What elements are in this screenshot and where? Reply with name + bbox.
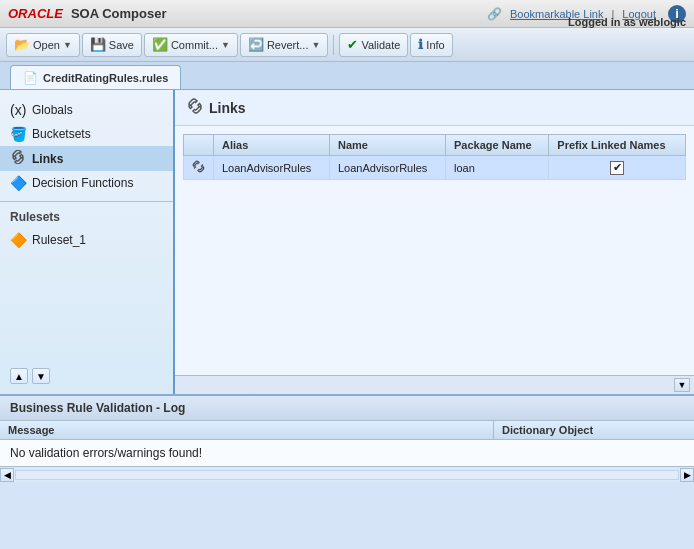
globals-icon: (x) [10, 102, 26, 118]
sidebar-globals-label: Globals [32, 103, 73, 117]
oracle-logo: ORACLE [8, 6, 63, 21]
log-scrollbar[interactable]: ◀ ▶ [0, 466, 694, 482]
sidebar-controls: ▲ ▼ [0, 364, 173, 388]
logo-area: ORACLE SOA Composer [8, 6, 166, 21]
info-button[interactable]: ℹ Info [410, 33, 452, 57]
commit-button[interactable]: ✅ Commit... ▼ [144, 33, 238, 57]
col-alias-header: Alias [214, 135, 330, 156]
app-title: SOA Composer [71, 6, 167, 21]
scroll-track [15, 470, 679, 480]
log-content: No validation errors/warnings found! [0, 440, 694, 466]
links-panel-title: Links [209, 100, 246, 116]
revert-dropdown-icon: ▼ [311, 40, 320, 50]
scroll-indicator: ▼ [175, 375, 694, 394]
table-row[interactable]: LoanAdvisorRules LoanAdvisorRules loan ✔ [184, 156, 686, 180]
links-table-wrapper: Alias Name Package Name Prefix Linked Na… [175, 126, 694, 375]
sidebar: (x) Globals 🪣 Bucketsets Links 🔷 Decisio… [0, 90, 175, 394]
panel-header: Links [175, 90, 694, 126]
scroll-right-button[interactable]: ▶ [680, 468, 694, 482]
row-alias-cell: LoanAdvisorRules [214, 156, 330, 180]
right-panel: Links Alias Name Package Name Prefix Lin… [175, 90, 694, 394]
save-icon: 💾 [90, 37, 106, 52]
main-content: (x) Globals 🪣 Bucketsets Links 🔷 Decisio… [0, 90, 694, 395]
sidebar-section-items: (x) Globals 🪣 Bucketsets Links 🔷 Decisio… [0, 96, 173, 197]
ruleset-icon: 🔶 [10, 232, 26, 248]
sidebar-up-button[interactable]: ▲ [10, 368, 28, 384]
open-icon: 📂 [14, 37, 30, 52]
sidebar-down-button[interactable]: ▼ [32, 368, 50, 384]
col-package-header: Package Name [446, 135, 549, 156]
col-name-header: Name [330, 135, 446, 156]
revert-icon: ↩️ [248, 37, 264, 52]
save-button[interactable]: 💾 Save [82, 33, 142, 57]
row-prefix-cell[interactable]: ✔ [549, 156, 686, 180]
col-prefix-header: Prefix Linked Names [549, 135, 686, 156]
sidebar-bucketsets-label: Bucketsets [32, 127, 91, 141]
table-header-row: Alias Name Package Name Prefix Linked Na… [184, 135, 686, 156]
sidebar-item-links[interactable]: Links [0, 146, 173, 171]
link-svg [11, 150, 25, 164]
sidebar-item-globals[interactable]: (x) Globals [0, 98, 173, 122]
logged-in-text: Logged in as weblogic [568, 16, 686, 28]
scroll-left-button[interactable]: ◀ [0, 468, 14, 482]
row-name-cell: LoanAdvisorRules [330, 156, 446, 180]
links-table: Alias Name Package Name Prefix Linked Na… [183, 134, 686, 180]
log-col-dictionary-header: Dictionary Object [494, 421, 694, 439]
links-panel-icon [187, 98, 203, 117]
commit-icon: ✅ [152, 37, 168, 52]
sidebar-divider [0, 201, 173, 202]
toolbar-separator [333, 35, 334, 55]
sidebar-item-decision-functions[interactable]: 🔷 Decision Functions [0, 171, 173, 195]
scroll-down-button[interactable]: ▼ [674, 378, 690, 392]
revert-button[interactable]: ↩️ Revert... ▼ [240, 33, 329, 57]
rulesets-label: Rulesets [0, 206, 173, 228]
row-package-cell: loan [446, 156, 549, 180]
log-col-message-header: Message [0, 421, 494, 439]
log-table-header: Message Dictionary Object [0, 421, 694, 440]
decision-functions-icon: 🔷 [10, 175, 26, 191]
commit-dropdown-icon: ▼ [221, 40, 230, 50]
validation-log: Business Rule Validation - Log Message D… [0, 395, 694, 482]
sidebar-ruleset-label: Ruleset_1 [32, 233, 86, 247]
toolbar: 📂 Open ▼ 💾 Save ✅ Commit... ▼ ↩️ Revert.… [0, 28, 694, 62]
links-icon [10, 150, 26, 167]
rules-tab[interactable]: 📄 CreditRatingRules.rules [10, 65, 181, 89]
sidebar-item-bucketsets[interactable]: 🪣 Bucketsets [0, 122, 173, 146]
open-button[interactable]: 📂 Open ▼ [6, 33, 80, 57]
tab-bar: 📄 CreditRatingRules.rules [0, 62, 694, 90]
open-dropdown-icon: ▼ [63, 40, 72, 50]
log-header: Business Rule Validation - Log [0, 395, 694, 421]
sidebar-decision-functions-label: Decision Functions [32, 176, 133, 190]
validate-button[interactable]: ✔ Validate [339, 33, 408, 57]
row-icon-cell [184, 156, 214, 180]
prefix-checkbox[interactable]: ✔ [610, 161, 624, 175]
bucketsets-icon: 🪣 [10, 126, 26, 142]
validate-icon: ✔ [347, 37, 358, 52]
tab-icon: 📄 [23, 71, 38, 85]
tab-label: CreditRatingRules.rules [43, 72, 168, 84]
sidebar-links-label: Links [32, 152, 63, 166]
sidebar-item-ruleset[interactable]: 🔶 Ruleset_1 [0, 228, 173, 252]
info-icon: ℹ [418, 37, 423, 52]
col-icon-header [184, 135, 214, 156]
log-no-errors-message: No validation errors/warnings found! [10, 446, 202, 460]
